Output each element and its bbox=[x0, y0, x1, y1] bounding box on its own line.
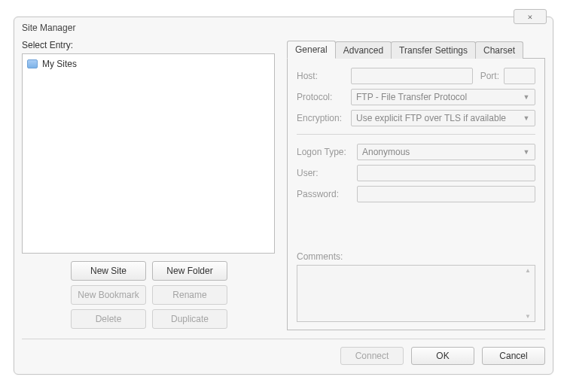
titlebar: Site Manager ⨉ bbox=[14, 17, 553, 38]
connect-button[interactable]: Connect bbox=[340, 347, 404, 365]
left-panel: Select Entry: My Sites New Site New Fold… bbox=[22, 40, 276, 329]
select-entry-label: Select Entry: bbox=[22, 40, 276, 50]
new-folder-button[interactable]: New Folder bbox=[152, 261, 227, 281]
encryption-value: Use explicit FTP over TLS if available bbox=[356, 113, 506, 123]
password-input[interactable] bbox=[357, 186, 535, 202]
tree-item-label: My Sites bbox=[42, 59, 77, 69]
row-password: Password: bbox=[297, 186, 535, 202]
close-button[interactable]: ⨉ bbox=[514, 9, 547, 24]
host-label: Host: bbox=[297, 71, 351, 81]
logon-type-select[interactable]: Anonymous ▼ bbox=[357, 144, 535, 160]
user-input[interactable] bbox=[357, 165, 535, 181]
tab-charset[interactable]: Charset bbox=[475, 41, 523, 59]
tab-strip: General Advanced Transfer Settings Chars… bbox=[287, 40, 545, 58]
delete-button[interactable]: Delete bbox=[71, 309, 146, 329]
rename-button[interactable]: Rename bbox=[152, 285, 227, 305]
site-manager-window: Site Manager ⨉ Select Entry: My Sites Ne… bbox=[14, 17, 553, 375]
close-icon: ⨉ bbox=[528, 12, 532, 21]
tab-advanced[interactable]: Advanced bbox=[335, 41, 392, 59]
dialog-footer: Connect OK Cancel bbox=[22, 339, 545, 365]
protocol-value: FTP - File Transfer Protocol bbox=[356, 92, 467, 102]
chevron-down-icon: ▼ bbox=[521, 114, 532, 122]
comments-label: Comments: bbox=[297, 251, 535, 262]
tab-content-general: Host: Port: Protocol: FTP - File Transfe… bbox=[287, 58, 545, 330]
new-site-button[interactable]: New Site bbox=[71, 261, 146, 281]
host-input[interactable] bbox=[351, 68, 473, 84]
cancel-button[interactable]: Cancel bbox=[482, 347, 545, 365]
comments-textarea[interactable]: ▲ ▼ bbox=[297, 265, 535, 322]
right-panel: General Advanced Transfer Settings Chars… bbox=[287, 40, 545, 336]
folder-icon bbox=[27, 59, 38, 68]
body-area: Select Entry: My Sites New Site New Fold… bbox=[22, 40, 545, 336]
tab-general[interactable]: General bbox=[287, 41, 336, 59]
encryption-select[interactable]: Use explicit FTP over TLS if available ▼ bbox=[351, 110, 535, 126]
encryption-label: Encryption: bbox=[297, 113, 351, 123]
port-label: Port: bbox=[480, 71, 499, 81]
chevron-down-icon: ▼ bbox=[525, 313, 531, 320]
tab-transfer-settings[interactable]: Transfer Settings bbox=[391, 41, 476, 59]
entry-button-grid: New Site New Folder New Bookmark Rename … bbox=[22, 261, 276, 329]
port-input[interactable] bbox=[504, 68, 535, 84]
tree-item-my-sites[interactable]: My Sites bbox=[27, 57, 270, 71]
password-label: Password: bbox=[297, 189, 357, 199]
ok-button[interactable]: OK bbox=[411, 347, 474, 365]
chevron-up-icon: ▲ bbox=[525, 267, 531, 274]
row-user: User: bbox=[297, 165, 535, 181]
duplicate-button[interactable]: Duplicate bbox=[152, 309, 227, 329]
row-encryption: Encryption: Use explicit FTP over TLS if… bbox=[297, 110, 535, 126]
new-bookmark-button[interactable]: New Bookmark bbox=[71, 285, 146, 305]
protocol-select[interactable]: FTP - File Transfer Protocol ▼ bbox=[351, 89, 535, 105]
scrollbar[interactable]: ▲ ▼ bbox=[523, 267, 533, 320]
chevron-down-icon: ▼ bbox=[521, 148, 532, 156]
user-label: User: bbox=[297, 168, 357, 178]
chevron-down-icon: ▼ bbox=[521, 93, 532, 101]
row-protocol: Protocol: FTP - File Transfer Protocol ▼ bbox=[297, 89, 535, 105]
row-logon-type: Logon Type: Anonymous ▼ bbox=[297, 144, 535, 160]
comments-area: Comments: ▲ ▼ bbox=[297, 251, 535, 322]
logon-type-value: Anonymous bbox=[362, 147, 410, 157]
window-title: Site Manager bbox=[22, 23, 75, 33]
site-tree[interactable]: My Sites bbox=[22, 53, 275, 254]
logon-type-label: Logon Type: bbox=[297, 147, 357, 157]
protocol-label: Protocol: bbox=[297, 92, 351, 102]
row-host: Host: Port: bbox=[297, 68, 535, 84]
separator bbox=[297, 134, 535, 135]
